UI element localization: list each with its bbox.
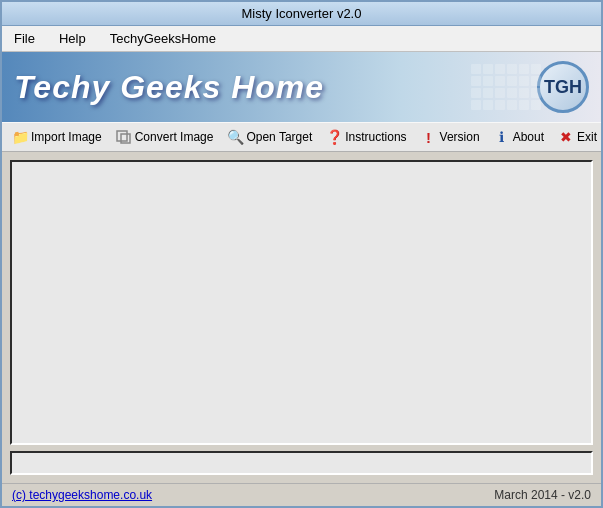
banner-decoration xyxy=(471,52,541,122)
menu-bar: File Help TechyGeeksHome xyxy=(2,26,601,52)
version-label: Version xyxy=(440,130,480,144)
exit-label: Exit xyxy=(577,130,597,144)
main-area xyxy=(2,152,601,483)
window-title: Misty Iconverter v2.0 xyxy=(242,6,362,21)
banner-title: Techy Geeks Home xyxy=(14,69,324,106)
menu-file[interactable]: File xyxy=(8,29,41,48)
exit-icon: ✖ xyxy=(558,129,574,145)
banner-logo: TGH xyxy=(537,61,589,113)
info-icon: ℹ xyxy=(494,129,510,145)
convert-image-label: Convert Image xyxy=(135,130,214,144)
about-button[interactable]: ℹ About xyxy=(488,126,550,148)
version-button[interactable]: ! Version xyxy=(415,126,486,148)
open-target-button[interactable]: 🔍 Open Target xyxy=(221,126,318,148)
menu-help[interactable]: Help xyxy=(53,29,92,48)
title-bar: Misty Iconverter v2.0 xyxy=(2,2,601,26)
footer-version: March 2014 - v2.0 xyxy=(494,488,591,502)
footer: (c) techygeekshome.co.uk March 2014 - v2… xyxy=(2,483,601,506)
input-area[interactable] xyxy=(10,451,593,475)
import-image-button[interactable]: 📁 Import Image xyxy=(6,126,108,148)
banner: Techy Geeks Home TGH xyxy=(2,52,601,122)
open-target-label: Open Target xyxy=(246,130,312,144)
logo-text: TGH xyxy=(544,77,582,98)
content-area xyxy=(10,160,593,445)
import-image-label: Import Image xyxy=(31,130,102,144)
main-window: Misty Iconverter v2.0 File Help TechyGee… xyxy=(0,0,603,508)
search-icon: 🔍 xyxy=(227,129,243,145)
toolbar: 📁 Import Image Convert Image 🔍 Open Targ… xyxy=(2,122,601,152)
question-icon: ❓ xyxy=(326,129,342,145)
convert-icon xyxy=(116,129,132,145)
instructions-label: Instructions xyxy=(345,130,406,144)
warning-icon: ! xyxy=(421,129,437,145)
about-label: About xyxy=(513,130,544,144)
instructions-button[interactable]: ❓ Instructions xyxy=(320,126,412,148)
svg-rect-0 xyxy=(117,131,127,141)
menu-techygeekshome[interactable]: TechyGeeksHome xyxy=(104,29,222,48)
footer-link[interactable]: (c) techygeekshome.co.uk xyxy=(12,488,152,502)
exit-button[interactable]: ✖ Exit xyxy=(552,126,603,148)
folder-icon: 📁 xyxy=(12,129,28,145)
convert-image-button[interactable]: Convert Image xyxy=(110,126,220,148)
